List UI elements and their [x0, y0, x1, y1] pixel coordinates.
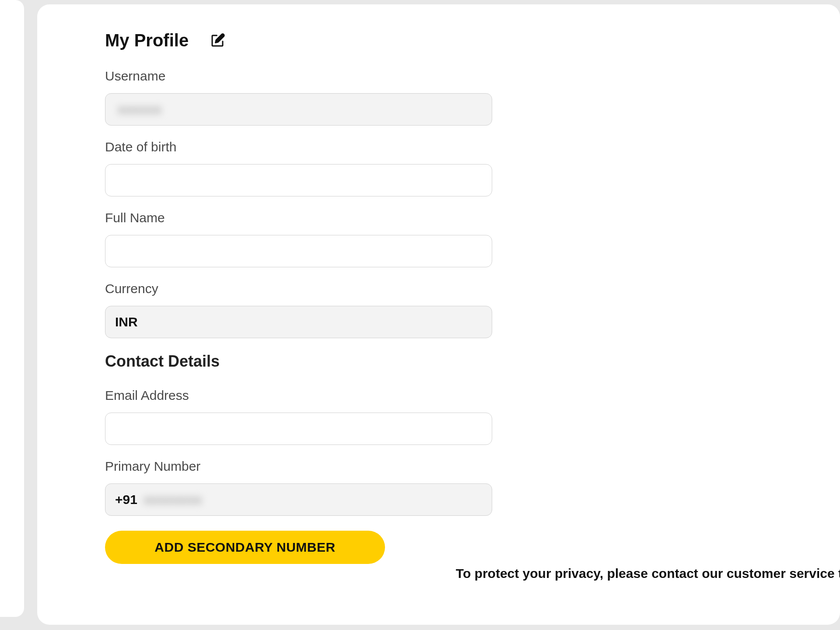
dob-field-group: Date of birth — [105, 140, 772, 196]
currency-input[interactable]: INR — [105, 306, 492, 338]
primary-number-input[interactable]: +91 xxxxxxxx — [105, 483, 492, 516]
privacy-note: To protect your privacy, please contact … — [456, 566, 840, 581]
contact-heading: Contact Details — [105, 352, 772, 371]
username-input[interactable]: xxxxxx — [105, 93, 492, 126]
dob-label: Date of birth — [105, 140, 772, 154]
dob-input[interactable] — [105, 164, 492, 196]
country-code-prefix: +91 — [115, 492, 137, 507]
currency-value: INR — [115, 315, 138, 329]
username-field-group: Username xxxxxx — [105, 69, 772, 126]
primary-number-label: Primary Number — [105, 459, 772, 474]
add-secondary-number-button[interactable]: ADD SECONDARY NUMBER — [105, 531, 385, 564]
primary-number-redacted-value: xxxxxxxx — [144, 492, 202, 507]
fullname-field-group: Full Name — [105, 210, 772, 267]
sidebar-strip — [0, 0, 24, 617]
page-title: My Profile — [105, 31, 189, 50]
header-row: My Profile — [105, 31, 772, 50]
currency-field-group: Currency INR — [105, 281, 772, 338]
profile-card: My Profile Username xxxxxx Date of birth… — [37, 4, 840, 625]
currency-label: Currency — [105, 281, 772, 296]
fullname-label: Full Name — [105, 210, 772, 225]
email-label: Email Address — [105, 388, 772, 403]
edit-icon[interactable] — [210, 33, 225, 49]
email-input[interactable] — [105, 413, 492, 445]
email-field-group: Email Address — [105, 388, 772, 445]
fullname-input[interactable] — [105, 235, 492, 267]
username-label: Username — [105, 69, 772, 84]
primary-number-field-group: Primary Number +91 xxxxxxxx — [105, 459, 772, 516]
username-redacted-value: xxxxxx — [118, 102, 161, 117]
